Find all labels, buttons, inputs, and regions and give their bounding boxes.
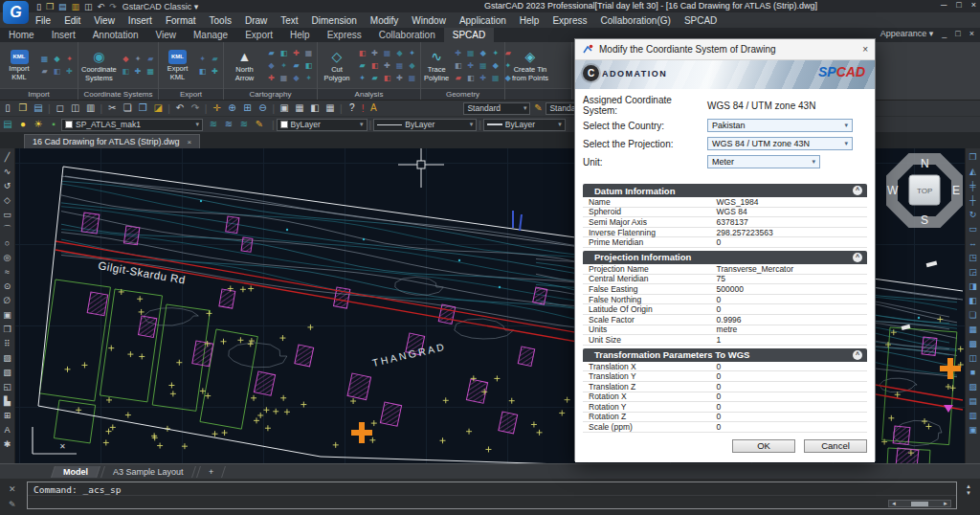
command-hscrollbar[interactable]: ◄ ►	[888, 500, 951, 507]
minimize-button[interactable]: ─	[941, 0, 947, 10]
trace-button[interactable]: ∿TracePolyline	[424, 48, 449, 82]
publish-icon[interactable]: ▥	[83, 101, 99, 116]
dialog-title-bar[interactable]: Modify the Coordiante System of Drawing …	[575, 39, 875, 60]
redo-icon[interactable]: ↷	[109, 2, 117, 11]
ribbon-tool-icon[interactable]: ▰	[357, 60, 368, 71]
plot-icon[interactable]: ◫	[68, 101, 83, 116]
ribbon-tool-icon[interactable]: ✦	[357, 73, 368, 83]
layer-states-icon[interactable]: ≋	[206, 117, 221, 132]
new-file-icon[interactable]: ▯	[36, 2, 41, 11]
layer-unisolate-icon[interactable]: ≋	[236, 117, 252, 132]
command-close-icon[interactable]: ✕	[9, 484, 16, 494]
style-flag-icon[interactable]: A	[366, 101, 381, 116]
make-block-icon[interactable]: ❒	[3, 323, 11, 337]
text-style-select[interactable]: Standard▾	[463, 102, 530, 115]
menu-draw[interactable]: Draw	[238, 14, 274, 27]
donut-icon[interactable]: ◎	[4, 251, 11, 265]
arc-icon[interactable]: ⌒	[3, 222, 11, 236]
layer-properties-icon[interactable]: ▤	[0, 117, 15, 132]
ribbon-tool-icon[interactable]: ◧	[465, 73, 476, 83]
ribbon-tool-icon[interactable]: ▦	[39, 54, 50, 64]
menu-file[interactable]: File	[29, 14, 57, 27]
cancel-button[interactable]: Cancel	[804, 439, 867, 453]
ribbon-tool-icon[interactable]: ◆	[291, 73, 301, 83]
trim-icon[interactable]: ◳	[969, 251, 977, 265]
export-button[interactable]: KMLExportKML	[162, 50, 193, 81]
ribbon-tab-view[interactable]: View	[147, 28, 186, 42]
hatch-edit-icon[interactable]: ▨	[969, 380, 977, 394]
ribbon-tab-manage[interactable]: Manage	[185, 28, 236, 42]
layout-tab-add[interactable]: +	[196, 466, 226, 478]
viewcube-top-label[interactable]: TOP	[917, 187, 932, 195]
ribbon-tool-icon[interactable]: ▦	[303, 48, 314, 58]
ribbon-tab-home[interactable]: Home	[0, 28, 43, 42]
ribbon-tool-icon[interactable]: ▰	[453, 73, 463, 83]
ribbon-tool-icon[interactable]: ▦	[145, 66, 156, 77]
ribbon-tool-icon[interactable]: ◆	[394, 48, 405, 58]
open-folder-icon[interactable]: ❒	[46, 2, 54, 11]
section-header[interactable]: Projection Information^	[583, 251, 867, 264]
ribbon-tool-icon[interactable]: ✦	[278, 60, 289, 71]
menu-help[interactable]: Help	[513, 14, 546, 27]
ribbon-tool-icon[interactable]: ▦	[407, 73, 417, 83]
ellipse-icon[interactable]: ⊙	[4, 280, 11, 294]
layer-chip-icon[interactable]: ▪	[46, 117, 61, 132]
viewcube-east-label[interactable]: E	[952, 184, 960, 197]
undo-icon[interactable]: ↶	[172, 101, 188, 116]
chamfer-icon[interactable]: ◧	[969, 294, 977, 308]
array-icon[interactable]: ▦	[969, 323, 977, 337]
ribbon-tool-icon[interactable]: ✚	[465, 60, 476, 71]
color-select[interactable]: ByLayer▾	[277, 119, 368, 131]
ribbon-tool-icon[interactable]: ◆	[407, 60, 417, 71]
ribbon-tool-icon[interactable]: ◧	[303, 60, 314, 71]
layer-sun-icon[interactable]: ☀	[31, 117, 46, 132]
ribbon-tool-icon[interactable]: ◧	[357, 48, 368, 58]
cut-button[interactable]: ◇CutPolygon	[321, 48, 353, 82]
layer-select[interactable]: SP_ATLAS_mak1▾	[61, 119, 203, 131]
rectangle-icon[interactable]: ▭	[3, 208, 11, 222]
viewcube-south-label[interactable]: S	[921, 213, 928, 227]
open-folder-icon[interactable]: ❒	[15, 101, 31, 116]
ribbon-tool-icon[interactable]: ◆	[490, 60, 501, 71]
import-button[interactable]: KMLImportKML	[3, 50, 35, 81]
ribbon-tool-icon[interactable]: ✚	[394, 73, 405, 83]
fillet-icon[interactable]: ❏	[969, 308, 976, 323]
break-icon[interactable]: ◨	[969, 280, 977, 294]
ribbon-tab-help[interactable]: Help	[281, 28, 319, 42]
properties-icon[interactable]: ▣	[277, 101, 292, 116]
menu-format[interactable]: Format	[159, 14, 203, 27]
ribbon-tool-icon[interactable]: ✚	[210, 66, 220, 77]
projection-select[interactable]: WGS 84 / UTM zone 43N▾	[707, 137, 853, 150]
menu-edit[interactable]: Edit	[57, 14, 87, 27]
ribbon-tool-icon[interactable]: ✚	[382, 60, 392, 71]
polygon-icon[interactable]: ◇	[4, 193, 11, 208]
explode-icon[interactable]: ▩	[969, 337, 977, 351]
scroll-thumb[interactable]	[911, 502, 928, 506]
redo-icon[interactable]: ↷	[188, 101, 203, 116]
ribbon-tab-express[interactable]: Express	[319, 28, 370, 42]
ribbon-tool-icon[interactable]: ✚	[453, 48, 463, 58]
hatch-icon[interactable]: ▨	[3, 351, 11, 366]
ribbon-tool-icon[interactable]: ◧	[52, 66, 62, 77]
pan-icon[interactable]: ✛	[209, 101, 224, 116]
wipeout-icon[interactable]: ▙	[4, 394, 11, 409]
ribbon-tool-icon[interactable]: ▰	[145, 54, 156, 64]
lineweight-select[interactable]: ByLayer▾	[483, 119, 566, 131]
doc-minimize-button[interactable]: _	[942, 29, 947, 38]
ribbon-tool-icon[interactable]: ✦	[64, 54, 75, 64]
text-icon[interactable]: A	[4, 423, 10, 437]
viewcube-west-label[interactable]: W	[887, 184, 899, 197]
ribbon-tab-annotation[interactable]: Annotation	[84, 28, 147, 42]
gstarcad-logo-icon[interactable]: G	[3, 1, 29, 24]
ribbon-tool-icon[interactable]: ◧	[121, 66, 131, 77]
ellipse-arc-icon[interactable]: ∅	[4, 294, 11, 308]
cut-icon[interactable]: ✂	[104, 101, 120, 116]
collapse-icon[interactable]: ^	[853, 253, 862, 262]
menu-tools[interactable]: Tools	[203, 14, 238, 27]
ribbon-tool-icon[interactable]: ◧	[369, 60, 380, 71]
ribbon-tool-icon[interactable]: ◧	[382, 73, 392, 83]
layout-tab-model[interactable]: Model	[51, 466, 100, 478]
gradient-icon[interactable]: ▧	[3, 366, 11, 380]
dialog-close-button[interactable]: ×	[862, 44, 868, 55]
ungroup-icon[interactable]: ▥	[969, 409, 977, 423]
